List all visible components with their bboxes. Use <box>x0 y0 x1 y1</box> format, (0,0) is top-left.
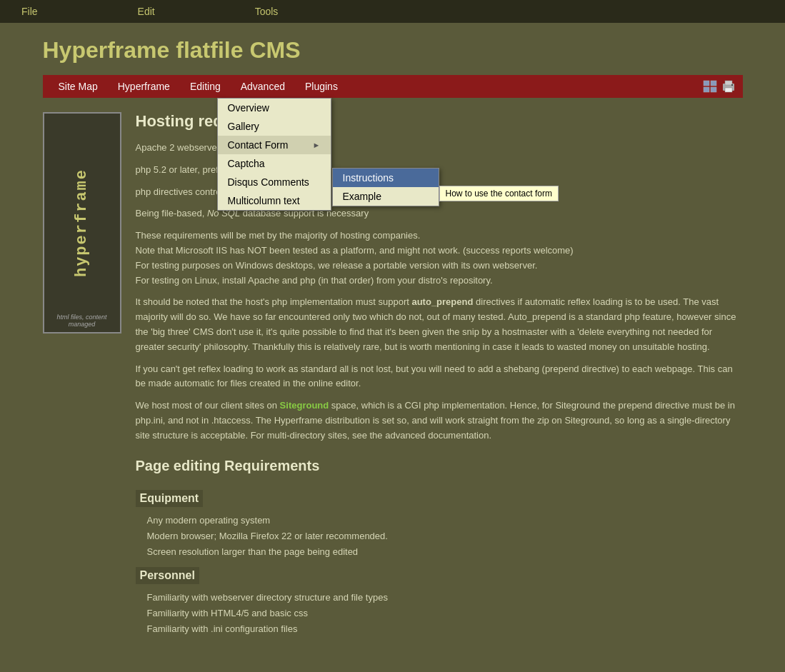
personnel-item-2: Familiarity with HTML4/5 and basic css <box>147 606 743 621</box>
dropdown-multicolumn[interactable]: Multicolumn text <box>218 191 331 210</box>
logo-area: hyperframe html files, content managed <box>43 112 121 637</box>
top-menubar: File Edit Tools <box>0 0 785 23</box>
para5: These requirements will be met by the ma… <box>136 229 743 288</box>
equipment-item-1: Any modern operating system <box>147 513 743 528</box>
main-wrapper: Hyperframe flatfile CMS Site Map Hyperfr… <box>14 23 771 651</box>
dropdown-gallery[interactable]: Gallery <box>218 117 331 136</box>
dropdown-menu: Overview Gallery Contact Form ► Instruct… <box>217 98 331 211</box>
svg-rect-2 <box>704 87 709 92</box>
menu-tools[interactable]: Tools <box>248 1 286 21</box>
nav-bar: Site Map Hyperframe Editing Advanced Plu… <box>43 75 743 98</box>
logo-text: hyperframe <box>73 169 91 277</box>
para5-intro: These requirements will be met by the ma… <box>136 230 421 241</box>
nav-editing[interactable]: Editing <box>181 76 229 96</box>
svg-rect-7 <box>731 84 733 86</box>
submenu-arrow-icon: ► <box>313 141 321 149</box>
para6: It should be noted that the host's php i… <box>136 295 743 354</box>
para7: If you can't get reflex loading to work … <box>136 362 743 392</box>
logo-subtext: html files, content managed <box>44 314 120 328</box>
personnel-item-1: Familiarity with webserver directory str… <box>147 590 743 606</box>
para8: We host most of our client sites on Site… <box>136 398 743 443</box>
dropdown-captcha[interactable]: Captcha <box>218 154 331 173</box>
menu-edit[interactable]: Edit <box>131 1 162 21</box>
section2-heading: Page editing Requirements <box>136 458 743 474</box>
print-icon[interactable] <box>721 80 736 93</box>
nav-advanced[interactable]: Advanced <box>232 76 294 96</box>
contact-form-submenu: Instructions Example <box>332 168 439 206</box>
site-title: Hyperframe flatfile CMS <box>43 37 743 64</box>
svg-rect-0 <box>704 81 709 86</box>
personnel-heading: Personnel <box>136 567 199 584</box>
para5-note2: For testing purposes on Windows desktops… <box>136 260 538 271</box>
instructions-tooltip: How to use the contact form <box>439 186 559 201</box>
svg-rect-3 <box>711 87 716 92</box>
para5-note3: For testing on Linux, install Apache and… <box>136 275 493 286</box>
svg-rect-1 <box>711 81 716 86</box>
grid-icon[interactable] <box>703 80 717 93</box>
nav-plugins[interactable]: Plugins <box>296 76 346 96</box>
nav-sitemap[interactable]: Site Map <box>50 76 106 96</box>
submenu-instructions[interactable]: Instructions <box>333 169 439 187</box>
equipment-list: Any modern operating system Modern brows… <box>147 513 743 560</box>
logo-box: hyperframe html files, content managed <box>43 112 121 334</box>
auto-prepend-label: auto_prepend <box>411 296 473 307</box>
nav-hyperframe[interactable]: Hyperframe <box>109 76 179 96</box>
para8-pre: We host most of our client sites on <box>136 400 277 411</box>
menu-file[interactable]: File <box>14 1 45 21</box>
equipment-item-2: Modern browser; Mozilla Firefox 22 or la… <box>147 528 743 544</box>
equipment-heading: Equipment <box>136 490 204 507</box>
dropdown-disqus[interactable]: Disqus Comments <box>218 173 331 191</box>
personnel-list: Familiarity with webserver directory str… <box>147 590 743 637</box>
submenu-example[interactable]: Example <box>333 187 439 206</box>
personnel-item-3: Familiarity with .ini configuration file… <box>147 621 743 637</box>
svg-rect-6 <box>725 88 732 92</box>
nav-right-icons <box>703 80 736 93</box>
dropdown-contact-form[interactable]: Contact Form ► Instructions Example How … <box>218 136 331 154</box>
equipment-item-3: Screen resolution larger than the page b… <box>147 544 743 560</box>
dropdown-contact-form-label: Contact Form <box>228 139 289 151</box>
svg-rect-5 <box>725 81 732 85</box>
siteground-link[interactable]: Siteground <box>280 400 329 411</box>
dropdown-overview[interactable]: Overview <box>218 99 331 117</box>
para5-note1: Note that Microsoft IIS has NOT been tes… <box>136 245 574 256</box>
